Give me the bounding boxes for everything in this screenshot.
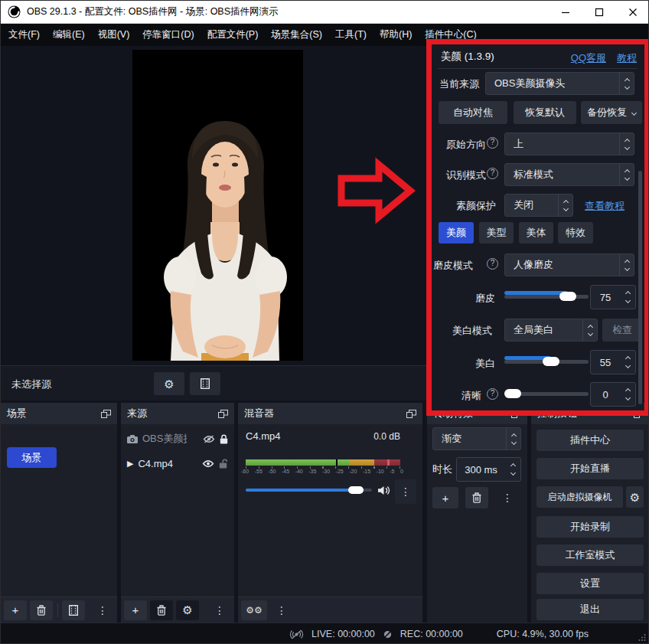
popout-icon[interactable] [634,410,644,418]
gears-icon: ⚙⚙ [246,606,263,615]
virtual-camera-settings-button[interactable]: ⚙ [626,486,644,508]
scene-filters-button[interactable] [62,600,85,620]
mixer-track-menu-button[interactable]: ⋮ [395,479,416,504]
source-filters-button[interactable] [190,372,220,395]
popout-icon[interactable] [511,410,521,418]
eye-icon[interactable] [202,459,214,468]
start-virtual-camera-button[interactable]: 启动虚拟摄像机 [536,486,623,508]
smooth-value-spinbox[interactable]: 75 [590,285,636,309]
smooth-mode-select[interactable]: 人像磨皮 [504,253,634,276]
add-source-button[interactable]: + [124,600,147,620]
spinner-arrows-icon [620,357,635,368]
obs-window: OBS 29.1.3 - 配置文件: OBS插件网 - 场景: OBS插件网演示… [0,0,649,644]
clarity-slider[interactable] [504,388,589,399]
start-recording-button[interactable]: 开始录制 [536,516,644,538]
menu-help[interactable]: 帮助(H) [380,28,412,41]
slider-handle[interactable] [504,389,521,398]
help-icon[interactable] [487,388,498,400]
view-tutorial-link[interactable]: 查看教程 [585,199,625,213]
add-scene-button[interactable]: + [4,600,27,620]
menubar: 文件(F) 编辑(E) 视图(V) 停靠窗口(D) 配置文件(P) 场景集合(S… [1,24,649,46]
help-icon[interactable] [487,258,498,270]
scene-item[interactable]: 场景 [7,447,57,468]
spinner-arrows-icon [620,389,635,400]
eye-slash-icon[interactable] [203,435,215,443]
source-row-media[interactable]: ▶ C4.mp4 [121,452,234,475]
popout-icon[interactable] [218,410,228,418]
help-icon[interactable] [487,168,498,179]
popout-icon[interactable] [406,410,416,418]
restore-default-button[interactable]: 恢复默认 [514,101,576,124]
popout-icon[interactable] [101,410,111,418]
help-icon[interactable] [487,137,498,149]
clarity-value-spinbox[interactable]: 0 [590,382,636,407]
lock-closed-icon[interactable] [220,434,228,444]
mixer-track-name: C4.mp4 [246,430,281,442]
smooth-mode-label: 磨皮模式 [433,259,473,273]
sources-menu-button[interactable]: ⋮ [208,600,231,620]
detect-mode-label: 识别模式 [446,168,486,182]
remove-transition-button[interactable] [465,487,488,508]
source-properties-button[interactable]: ⚙ [176,600,199,620]
transition-type-select[interactable]: 渐变 [432,427,521,450]
menu-docks[interactable]: 停靠窗口(D) [142,28,194,41]
menu-plugin-center[interactable]: 插件中心(C) [425,28,476,41]
spinner-arrows-icon [506,428,520,449]
source-properties-button[interactable]: ⚙ [154,372,184,395]
remove-source-button[interactable] [150,600,173,620]
detect-mode-select[interactable]: 标准模式 [504,163,634,186]
tab-effects[interactable]: 特效 [558,222,593,244]
protect-label: 素颜保护 [456,199,496,213]
settings-button[interactable]: 设置 [536,573,644,594]
transition-menu-button[interactable]: ⋮ [496,487,519,508]
advanced-audio-button[interactable]: ⚙⚙ [241,600,267,620]
tab-body[interactable]: 美体 [519,222,553,244]
scrollbar[interactable] [638,171,642,404]
protect-select[interactable]: 关闭 [504,194,573,217]
smooth-slider[interactable] [504,291,589,302]
close-button[interactable] [616,1,649,24]
transition-dock: 转场特效 渐变 时长 300 ms + [427,403,527,623]
smooth-label: 磨皮 [475,292,495,306]
current-source-select[interactable]: OBS美颜摄像头 [485,72,634,95]
start-streaming-button[interactable]: 开始直播 [536,458,644,479]
tab-reshape[interactable]: 美型 [479,222,514,244]
whiten-slider[interactable] [504,356,589,367]
menu-tools[interactable]: 工具(T) [335,28,367,41]
exit-button[interactable]: 退出 [536,599,644,620]
autofocus-button[interactable]: 自动对焦 [439,101,507,124]
spinner-arrows-icon [619,254,634,276]
volume-slider[interactable] [246,485,372,495]
resize-grip[interactable] [638,633,646,641]
slider-handle[interactable] [348,486,364,494]
beauty-panel-title: 美颜 (1.3.9) [441,50,494,64]
lock-open-icon[interactable] [219,459,228,469]
maximize-button[interactable] [582,1,616,24]
qq-support-link[interactable]: QQ客服 [571,51,606,65]
check-button[interactable]: 检查 [602,319,642,342]
whiten-mode-select[interactable]: 全局美白 [504,319,598,342]
backup-restore-button[interactable]: 备份恢复 [581,101,642,124]
slider-handle[interactable] [559,292,576,301]
tab-beauty[interactable]: 美颜 [439,222,474,244]
slider-handle[interactable] [543,357,559,366]
orientation-select[interactable]: 上 [504,132,634,155]
whiten-value-spinbox[interactable]: 55 [590,350,636,374]
plugin-center-button[interactable]: 插件中心 [536,430,644,451]
minimize-button[interactable] [549,1,582,24]
duration-spinbox[interactable]: 300 ms [456,457,521,482]
menu-view[interactable]: 视图(V) [98,28,130,41]
menu-file[interactable]: 文件(F) [8,28,40,41]
menu-profile[interactable]: 配置文件(P) [207,28,259,41]
menu-edit[interactable]: 编辑(E) [53,28,85,41]
scenes-menu-button[interactable]: ⋮ [91,600,114,620]
rec-time: REC: 00:00:00 [400,629,463,639]
remove-scene-button[interactable] [30,600,53,620]
source-row-camera[interactable]: OBS美颜摄像头 [121,427,234,450]
add-transition-button[interactable]: + [432,487,458,508]
menu-scene-collection[interactable]: 场景集合(S) [271,28,322,41]
tutorial-link[interactable]: 教程 [617,51,637,65]
studio-mode-button[interactable]: 工作室模式 [536,544,644,566]
speaker-icon[interactable] [377,485,390,495]
mixer-menu-button[interactable]: ⋮ [270,600,293,620]
